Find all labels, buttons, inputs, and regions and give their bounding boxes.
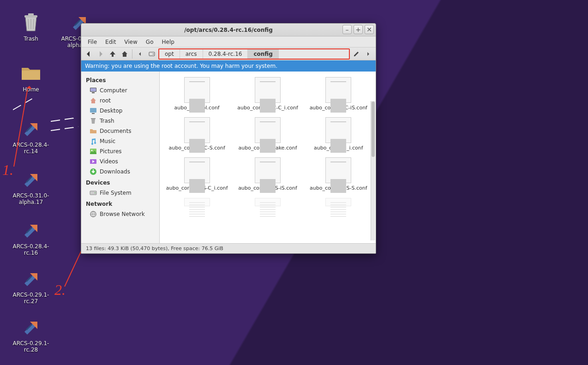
sidebar-item-videos[interactable]: Videos — [83, 156, 157, 167]
file-name-label: aubo_control_C-C_i.conf — [234, 105, 301, 111]
desktop-icon-arcs-0-28-4-rc-16[interactable]: ARCS-0.28.4-rc.16 — [10, 219, 52, 257]
file-item[interactable]: aubo_control_iS-iS.conf — [232, 156, 303, 193]
sidebar-item-root[interactable]: root — [83, 96, 157, 106]
back-button[interactable] — [83, 49, 94, 59]
sidebar-item-label: Documents — [100, 128, 131, 134]
up-button[interactable] — [107, 49, 118, 59]
desktop-icon — [90, 107, 97, 114]
text-file-icon — [255, 77, 281, 103]
desktop-icon-label: Home — [10, 86, 52, 93]
desktop-icon-label: ARCS-0.31.0-alpha.17 — [10, 192, 52, 206]
path-disk-button[interactable] — [146, 49, 157, 59]
sidebar-item-trash[interactable]: Trash — [83, 116, 157, 126]
folder-icon — [90, 127, 97, 135]
sidebar-network-heading: Network — [83, 198, 157, 209]
menu-edit[interactable]: Edit — [102, 38, 120, 46]
decorative-dash-line — [51, 117, 76, 122]
file-name-label: aubo_control_fake.conf — [234, 145, 301, 151]
scrollbar-thumb[interactable] — [372, 102, 375, 157]
app-icon — [20, 219, 42, 241]
svg-rect-5 — [149, 52, 155, 56]
menu-file[interactable]: File — [84, 38, 101, 46]
breadcrumb: opt arcs 0.28.4-rc.16 config — [158, 48, 350, 60]
sidebar-item-desktop[interactable]: Desktop — [83, 106, 157, 116]
sidebar: Places ComputerrootDesktopTrashDocuments… — [81, 72, 160, 243]
sidebar-item-music[interactable]: Music — [83, 136, 157, 146]
file-name-label: aubo_control_iS-iS.conf — [234, 185, 301, 191]
file-item-partial[interactable] — [303, 196, 374, 210]
breadcrumb-arcs[interactable]: arcs — [180, 49, 203, 59]
desktop-icon-label: ARCS-0.28.4-rc.16 — [10, 243, 52, 257]
window-maximize-button[interactable]: + — [354, 25, 363, 34]
disk-icon — [90, 189, 97, 197]
sidebar-item-label: Desktop — [100, 108, 123, 114]
sidebar-item-file-system[interactable]: File System — [83, 188, 157, 198]
svg-point-18 — [95, 192, 96, 193]
sidebar-item-label: File System — [100, 190, 132, 196]
desktop-icon-label: ARCS-0.29.1-rc.27 — [10, 292, 52, 305]
text-file-icon — [184, 77, 210, 103]
window-minimize-button[interactable]: – — [342, 25, 352, 34]
sidebar-item-documents[interactable]: Documents — [83, 126, 157, 136]
desktop-icon-arcs-0-29-1-rc-27[interactable]: ARCS-0.29.1-rc.27 — [10, 268, 52, 305]
window-close-button[interactable]: ✕ — [365, 25, 374, 34]
menu-bar: File Edit View Go Help — [81, 36, 376, 48]
breadcrumb-opt[interactable]: opt — [159, 49, 180, 59]
sidebar-item-pictures[interactable]: Pictures — [83, 146, 157, 156]
computer-icon — [90, 87, 97, 94]
file-name-label: aubo_control_i.conf — [305, 145, 372, 151]
scrollbar[interactable] — [371, 101, 375, 240]
sidebar-item-downloads[interactable]: Downloads — [83, 167, 157, 177]
svg-point-6 — [153, 54, 154, 54]
app-icon — [20, 118, 42, 140]
breadcrumb-version[interactable]: 0.28.4-rc.16 — [203, 49, 248, 59]
app-icon — [20, 268, 42, 290]
desktop-icon-label: Trash — [10, 36, 52, 42]
path-right-button[interactable] — [363, 49, 374, 59]
sidebar-item-label: Pictures — [100, 148, 122, 155]
file-item[interactable]: aubo_control_C-C_i.conf — [232, 75, 303, 113]
desktop-icon-arcs-0-31-0-alpha-17[interactable]: ARCS-0.31.0-alpha.17 — [10, 168, 52, 206]
sidebar-item-label: Music — [100, 138, 115, 144]
desktop-icon-arcs-0-29-1-rc-28[interactable]: ARCS-0.29.1-rc.28 — [10, 316, 52, 353]
file-manager-window: /opt/arcs/0.28.4-rc.16/config – + ✕ File… — [81, 23, 376, 254]
svg-rect-12 — [91, 118, 96, 119]
home-button[interactable] — [119, 49, 130, 59]
file-pane[interactable]: aubo_control.confaubo_control_C-C_i.conf… — [160, 72, 376, 243]
sidebar-item-label: root — [100, 97, 111, 104]
sidebar-item-browse-network[interactable]: Browse Network — [83, 209, 157, 219]
file-item[interactable]: aubo_control_C-iS.conf — [303, 75, 374, 113]
music-icon — [90, 138, 97, 145]
file-name-label: aubo_control_C-iS.conf — [305, 105, 372, 111]
desktop-icon-home[interactable]: Home — [10, 62, 52, 93]
file-name-label: aubo_control.conf — [163, 105, 230, 111]
text-file-icon — [255, 117, 281, 143]
file-item-partial[interactable] — [162, 196, 232, 210]
text-file-icon — [325, 117, 351, 143]
file-item-partial[interactable] — [232, 196, 303, 210]
file-item[interactable]: aubo_control_iS-S.conf — [303, 156, 374, 193]
sidebar-item-label: Trash — [100, 118, 114, 124]
breadcrumb-config[interactable]: config — [248, 49, 278, 59]
text-file-icon — [325, 157, 351, 183]
path-left-button[interactable] — [134, 49, 145, 59]
edit-path-button[interactable] — [351, 49, 362, 59]
file-item[interactable]: aubo_control_C-S.conf — [162, 115, 232, 153]
videos-icon — [90, 158, 97, 165]
file-item[interactable]: aubo_control_iS-C_i.conf — [162, 156, 232, 193]
svg-rect-1 — [28, 13, 34, 16]
folder-icon — [20, 62, 42, 84]
window-title: /opt/arcs/0.28.4-rc.16/config — [184, 27, 273, 33]
desktop-icon-trash[interactable]: Trash — [10, 12, 52, 42]
desktop-icon-arcs-0-28-4-rc-14[interactable]: ARCS-0.28.4-rc.14 — [10, 118, 52, 155]
menu-go[interactable]: Go — [142, 38, 157, 46]
menu-view[interactable]: View — [120, 38, 141, 46]
file-item[interactable]: aubo_control.conf — [162, 75, 232, 113]
forward-button[interactable] — [95, 49, 106, 59]
menu-help[interactable]: Help — [158, 38, 178, 46]
file-item[interactable]: aubo_control_fake.conf — [232, 115, 303, 153]
file-item[interactable]: aubo_control_i.conf — [303, 115, 374, 153]
text-file-icon — [184, 117, 210, 143]
sidebar-item-computer[interactable]: Computer — [83, 85, 157, 96]
window-titlebar[interactable]: /opt/arcs/0.28.4-rc.16/config – + ✕ — [81, 24, 376, 36]
